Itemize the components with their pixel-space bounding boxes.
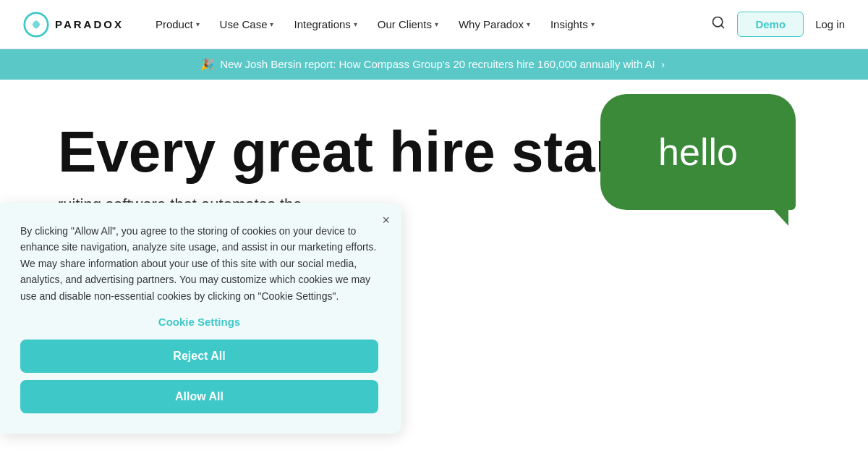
login-button[interactable]: Log in (815, 18, 845, 30)
nav-item-product[interactable]: Product ▾ (147, 12, 208, 36)
logo-text: PARADOX (55, 18, 124, 30)
svg-line-2 (721, 25, 724, 28)
cookie-body-text: By clicking "Allow All", you agree to th… (20, 223, 378, 304)
cookie-banner: × By clicking "Allow All", you agree to … (0, 203, 401, 434)
announcement-banner[interactable]: 🎉 New Josh Bersin report: How Compass Gr… (0, 49, 868, 80)
chevron-down-icon: ▾ (435, 20, 438, 28)
nav-item-insights[interactable]: Insights ▾ (542, 12, 603, 36)
allow-all-button[interactable]: Allow All (20, 380, 378, 413)
cookie-settings-link[interactable]: Cookie Settings (20, 316, 378, 328)
demo-button[interactable]: Demo (737, 12, 804, 37)
logo[interactable]: PARADOX (23, 12, 124, 38)
nav-links: Product ▾ Use Case ▾ Integrations ▾ Our … (147, 12, 712, 36)
nav-item-use-case[interactable]: Use Case ▾ (211, 12, 283, 36)
reject-all-button[interactable]: Reject All (20, 340, 378, 373)
banner-icon: 🎉 (200, 58, 214, 70)
banner-text: New Josh Bersin report: How Compass Grou… (220, 58, 655, 70)
chat-bubble: hello (600, 94, 796, 210)
nav-item-why-paradox[interactable]: Why Paradox ▾ (450, 12, 539, 36)
cookie-close-button[interactable]: × (382, 213, 390, 228)
chevron-down-icon: ▾ (527, 20, 530, 28)
chat-hello-text: hello (658, 130, 738, 174)
chevron-down-icon: ▾ (196, 20, 200, 28)
search-button[interactable] (711, 15, 726, 33)
chevron-down-icon: ▾ (354, 20, 357, 28)
paradox-logo-icon (23, 12, 49, 38)
navbar: PARADOX Product ▾ Use Case ▾ Integration… (0, 0, 868, 49)
banner-arrow: › (661, 58, 665, 70)
chevron-down-icon: ▾ (591, 20, 595, 28)
nav-item-integrations[interactable]: Integrations ▾ (285, 12, 365, 36)
chevron-down-icon: ▾ (270, 20, 273, 28)
nav-actions: Demo Log in (711, 12, 845, 37)
nav-item-our-clients[interactable]: Our Clients ▾ (369, 12, 447, 36)
